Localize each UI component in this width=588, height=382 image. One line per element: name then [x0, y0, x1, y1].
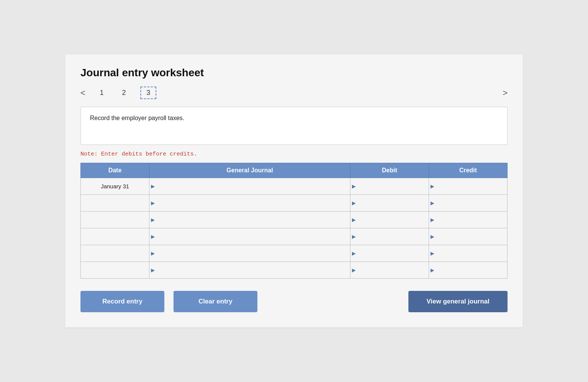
- debit-cell-1[interactable]: ▶: [350, 195, 429, 212]
- journal-arrow-1: ▶: [149, 195, 156, 211]
- date-cell-0: January 31: [81, 178, 149, 195]
- credit-cell-1[interactable]: ▶: [429, 195, 508, 212]
- journal-cell-4[interactable]: ▶: [149, 245, 350, 262]
- debit-cell-5[interactable]: ▶: [350, 262, 429, 279]
- credit-cell-4[interactable]: ▶: [429, 245, 508, 262]
- journal-arrow-2: ▶: [149, 212, 156, 228]
- credit-cell-0[interactable]: ▶: [429, 178, 508, 195]
- journal-arrow-5: ▶: [149, 262, 156, 278]
- record-entry-button[interactable]: Record entry: [80, 291, 164, 312]
- journal-cell-1[interactable]: ▶: [149, 195, 350, 212]
- credit-arrow-0: ▶: [429, 178, 436, 194]
- debit-arrow-5: ▶: [350, 262, 357, 278]
- credit-arrow-2: ▶: [429, 212, 436, 228]
- credit-input-4[interactable]: [436, 245, 507, 262]
- next-arrow[interactable]: >: [503, 89, 508, 97]
- debit-arrow-2: ▶: [350, 212, 357, 228]
- debit-cell-3[interactable]: ▶: [350, 228, 429, 245]
- clear-entry-button[interactable]: Clear entry: [174, 291, 257, 312]
- debit-input-1[interactable]: [357, 195, 429, 211]
- journal-cell-0[interactable]: ▶: [149, 178, 350, 195]
- note-text: Note: Enter debits before credits.: [80, 151, 508, 157]
- instruction-text: Record the employer payroll taxes.: [90, 115, 498, 122]
- nav-row: < 1 2 3 >: [80, 87, 508, 99]
- view-general-journal-button[interactable]: View general journal: [408, 291, 508, 312]
- date-cell-4: [81, 245, 149, 262]
- journal-arrow-4: ▶: [149, 245, 156, 262]
- nav-item-2[interactable]: 2: [118, 87, 130, 98]
- col-header-journal: General Journal: [149, 163, 350, 178]
- nav-item-1[interactable]: 1: [96, 87, 108, 98]
- credit-cell-3[interactable]: ▶: [429, 228, 508, 245]
- credit-input-2[interactable]: [436, 212, 507, 228]
- credit-input-3[interactable]: [436, 228, 507, 245]
- worksheet-card: Journal entry worksheet < 1 2 3 > Record…: [65, 55, 523, 327]
- date-cell-3: [81, 228, 149, 245]
- table-row: ▶▶▶: [81, 228, 508, 245]
- credit-arrow-5: ▶: [429, 262, 436, 278]
- date-cell-2: [81, 212, 149, 228]
- nav-item-3[interactable]: 3: [140, 87, 156, 99]
- credit-arrow-1: ▶: [429, 195, 436, 211]
- page-title: Journal entry worksheet: [80, 67, 508, 79]
- debit-arrow-0: ▶: [350, 178, 357, 194]
- col-header-credit: Credit: [429, 163, 508, 178]
- col-header-date: Date: [81, 163, 149, 178]
- journal-input-5[interactable]: [156, 262, 350, 278]
- table-row: January 31▶▶▶: [81, 178, 508, 195]
- instruction-box: Record the employer payroll taxes.: [80, 107, 508, 145]
- debit-cell-0[interactable]: ▶: [350, 178, 429, 195]
- journal-arrow-3: ▶: [149, 228, 156, 245]
- table-row: ▶▶▶: [81, 212, 508, 228]
- journal-input-1[interactable]: [156, 195, 350, 211]
- date-cell-1: [81, 195, 149, 212]
- debit-input-0[interactable]: [357, 178, 429, 194]
- credit-cell-2[interactable]: ▶: [429, 212, 508, 228]
- debit-input-3[interactable]: [357, 228, 429, 245]
- credit-input-0[interactable]: [436, 178, 507, 194]
- credit-cell-5[interactable]: ▶: [429, 262, 508, 279]
- table-row: ▶▶▶: [81, 262, 508, 279]
- col-header-debit: Debit: [350, 163, 429, 178]
- debit-arrow-3: ▶: [350, 228, 357, 245]
- journal-input-0[interactable]: [156, 178, 350, 194]
- credit-input-1[interactable]: [436, 195, 507, 211]
- journal-table: Date General Journal Debit Credit Januar…: [80, 163, 508, 279]
- journal-cell-5[interactable]: ▶: [149, 262, 350, 279]
- journal-arrow-0: ▶: [149, 178, 156, 194]
- journal-cell-3[interactable]: ▶: [149, 228, 350, 245]
- credit-arrow-3: ▶: [429, 228, 436, 245]
- debit-arrow-1: ▶: [350, 195, 357, 211]
- debit-cell-2[interactable]: ▶: [350, 212, 429, 228]
- buttons-row: Record entry Clear entry View general jo…: [80, 291, 508, 312]
- debit-input-2[interactable]: [357, 212, 429, 228]
- prev-arrow[interactable]: <: [80, 89, 85, 97]
- debit-input-5[interactable]: [357, 262, 429, 278]
- date-cell-5: [81, 262, 149, 279]
- debit-arrow-4: ▶: [350, 245, 357, 262]
- journal-input-2[interactable]: [156, 212, 350, 228]
- debit-input-4[interactable]: [357, 245, 429, 262]
- journal-cell-2[interactable]: ▶: [149, 212, 350, 228]
- table-row: ▶▶▶: [81, 195, 508, 212]
- credit-arrow-4: ▶: [429, 245, 436, 262]
- journal-input-3[interactable]: [156, 228, 350, 245]
- table-row: ▶▶▶: [81, 245, 508, 262]
- credit-input-5[interactable]: [436, 262, 507, 278]
- journal-input-4[interactable]: [156, 245, 350, 262]
- debit-cell-4[interactable]: ▶: [350, 245, 429, 262]
